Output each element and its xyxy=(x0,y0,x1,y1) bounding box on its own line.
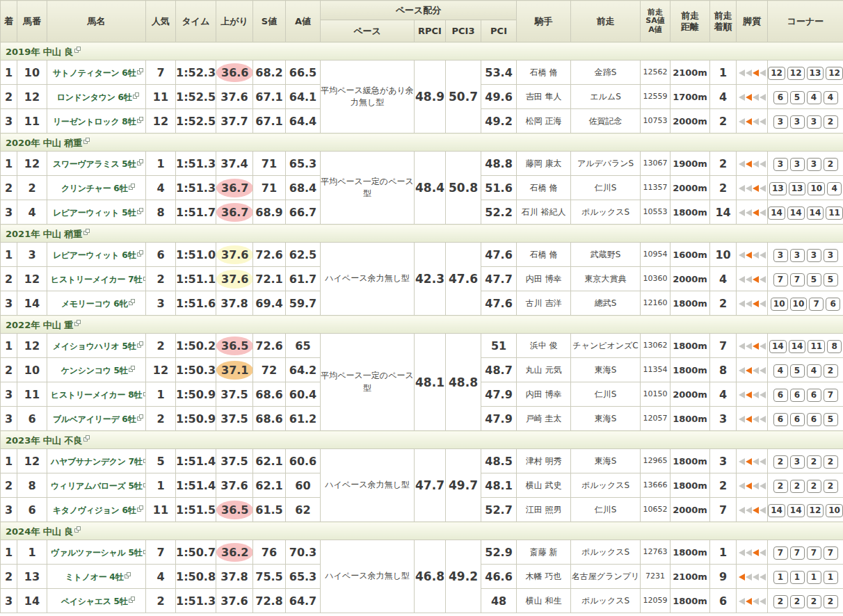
popularity-cell: 11 xyxy=(146,498,176,522)
finish-position-cell: 2 xyxy=(1,267,17,291)
jockey-cell: 松岡 正海 xyxy=(517,109,571,133)
corner-badge: 2 xyxy=(824,595,838,608)
horse-name-link[interactable]: ブルベアイリーデ 6牡 xyxy=(53,414,143,424)
style-arrow-icon xyxy=(739,598,745,605)
corner-badge: 5 xyxy=(824,413,838,426)
prev-sa-value: 136 xyxy=(643,480,658,489)
horse-name-link[interactable]: メイショウハリオ 5牡 xyxy=(53,341,143,351)
year-section-link[interactable]: 2020年 中山 稍重 xyxy=(6,138,90,148)
corner-badges: 3332 xyxy=(773,115,838,129)
horse-name-link[interactable]: ハヤブサナンデクン 7牡 xyxy=(51,457,146,467)
corner-badges: 3332 xyxy=(773,158,838,171)
horse-name-link[interactable]: メモリーコウ 6牝 xyxy=(61,299,135,309)
pace-cell: ハイペース余力無し型 xyxy=(321,243,415,316)
corner-cell: 7777 xyxy=(768,540,843,565)
prev-sa-value: 125 xyxy=(643,67,658,76)
style-arrow-icon xyxy=(746,94,752,101)
corner-cell: 1313104 xyxy=(768,176,843,200)
horse-name-link[interactable]: ヒストリーメイカー 8牡 xyxy=(51,390,146,400)
prev-distance-cell: 1800m xyxy=(671,407,710,431)
header-jockey: 騎手 xyxy=(517,1,571,42)
year-section-link[interactable]: 2021年 中山 稍重 xyxy=(6,229,90,239)
s-value-cell: 68.9 xyxy=(253,200,286,225)
style-arrow-icon xyxy=(746,416,752,423)
jockey-cell: 内田 博幸 xyxy=(517,382,571,407)
running-style-cell xyxy=(737,152,768,176)
popularity-cell: 1 xyxy=(146,473,176,498)
horse-name-link[interactable]: レピアーウィット 6牡 xyxy=(53,250,143,260)
prev-sa-value: 106 xyxy=(643,505,658,514)
horse-name-cell: レピアーウィット 6牡 xyxy=(47,243,146,267)
horse-name-cell: ウィリアムバローズ 5牡 xyxy=(47,473,146,498)
prev-a-value: 67 xyxy=(658,159,668,168)
corner-badge: 2 xyxy=(807,480,821,493)
horse-name-link[interactable]: キタノヴィジョン 6牡 xyxy=(53,505,143,515)
external-link-icon xyxy=(137,68,143,74)
s-value-cell: 75.5 xyxy=(253,565,286,589)
style-arrow-icon xyxy=(753,161,759,168)
corner-badge: 5 xyxy=(790,91,805,104)
horse-name-link[interactable]: ウィリアムバローズ 5牡 xyxy=(51,481,146,491)
running-style-cell xyxy=(737,200,768,225)
jockey-cell: 石橋 脩 xyxy=(517,60,571,85)
year-section-link[interactable]: 2023年 中山 不良 xyxy=(6,435,90,446)
horse-number-cell: 12 xyxy=(17,334,47,358)
corner-badges: 2222 xyxy=(773,480,838,493)
horse-name-link[interactable]: クリンチャー 6牡 xyxy=(61,184,135,193)
prev-finish-cell: 8 xyxy=(710,358,737,382)
rpci-cell: 48.9 xyxy=(415,60,446,133)
horse-name-link[interactable]: ミトノオー 4牡 xyxy=(65,572,131,582)
external-link-icon xyxy=(83,229,90,235)
prev-distance-cell: 1800m xyxy=(671,334,710,358)
style-arrow-icon xyxy=(739,161,745,168)
corner-badge: 14 xyxy=(768,206,785,220)
race-result-row: 112メイショウハリオ 5牡21:50.236.572.665平均ペース一定のペ… xyxy=(1,334,843,358)
horse-name-link[interactable]: ヒストリーメイカー 7牡 xyxy=(51,275,146,284)
year-section-link[interactable]: 2019年 中山 良 xyxy=(6,47,81,57)
time-cell: 1:51.7 xyxy=(176,200,216,225)
horse-name-link[interactable]: レピアーウィット 5牡 xyxy=(53,208,143,218)
pci-cell: 51 xyxy=(481,334,517,358)
year-section-cell: 2022年 中山 重 xyxy=(1,316,843,334)
finish-position-cell: 1 xyxy=(1,152,17,176)
a-value-cell: 64.7 xyxy=(286,589,321,613)
style-arrow-icon xyxy=(753,598,759,605)
horse-name-link[interactable]: ケンシンコウ 5牡 xyxy=(61,366,136,375)
horse-name-link[interactable]: スワーヴアラミス 5牡 xyxy=(53,159,143,169)
horse-number-cell: 12 xyxy=(17,152,47,176)
jockey-cell: 木幡 巧也 xyxy=(517,565,571,589)
external-link-icon xyxy=(133,92,139,99)
horse-name-link[interactable]: ヴァルツァーシャル 5牡 xyxy=(51,548,146,558)
horse-name-link[interactable]: リーゼントロック 8牡 xyxy=(53,117,143,127)
agari-cell: 36.6 xyxy=(216,60,253,85)
style-arrow-icon xyxy=(739,458,745,465)
agari-cell: 37.5 xyxy=(216,382,253,407)
prev-sa-value: 129 xyxy=(643,456,658,465)
style-arrow-icon xyxy=(739,343,745,350)
corner-badges: 7755 xyxy=(773,273,838,286)
corner-badge: 12 xyxy=(768,67,785,80)
external-link-icon xyxy=(74,320,81,326)
popularity-cell: 2 xyxy=(146,267,176,291)
year-section-link[interactable]: 2024年 中山 良 xyxy=(6,526,81,537)
prev-sa-cell: 13666 xyxy=(641,473,671,498)
year-section-link[interactable]: 2022年 中山 重 xyxy=(6,320,81,330)
corner-badge: 8 xyxy=(827,340,842,353)
corner-badge: 7 xyxy=(824,389,838,402)
corner-badges: 6667 xyxy=(773,389,838,402)
horse-name-link[interactable]: ペイシャエス 5牡 xyxy=(61,597,136,606)
horse-name-link[interactable]: ロンドンタウン 6牡 xyxy=(57,92,140,102)
corner-badges: 1111 xyxy=(773,571,838,584)
pci3-cell: 50.7 xyxy=(446,60,481,133)
prev-sa-value: 130 xyxy=(643,341,658,350)
finish-position-cell: 1 xyxy=(1,540,17,565)
style-arrow-icon xyxy=(753,209,759,216)
running-style-cell xyxy=(737,449,768,473)
prev-finish-cell: 2 xyxy=(710,291,737,316)
running-style-cell xyxy=(737,407,768,431)
corner-cell: 6544 xyxy=(768,85,843,109)
corner-badge: 3 xyxy=(773,158,788,171)
corner-badge: 3 xyxy=(790,249,805,262)
corner-cell: 2222 xyxy=(768,473,843,498)
horse-name-link[interactable]: サトノティターン 6牡 xyxy=(53,68,143,78)
